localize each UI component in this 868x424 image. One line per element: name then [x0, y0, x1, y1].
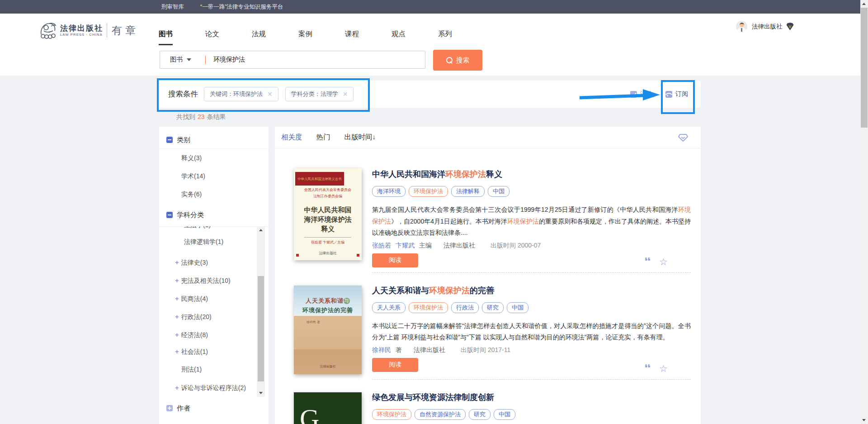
condition-tags: 关键词：环境保护法✕学科分类：法理学✕: [204, 87, 354, 101]
clear-icon: [630, 91, 637, 98]
book-cover[interactable]: G: [294, 392, 362, 424]
result-tag[interactable]: 环境保护法: [372, 409, 411, 420]
condition-tag[interactable]: 关键词：环境保护法✕: [204, 87, 278, 101]
star-favorite-icon[interactable]: ☆: [659, 364, 668, 373]
gem-filter-icon[interactable]: [678, 133, 688, 142]
minus-square-icon[interactable]: [166, 212, 173, 218]
scrollbar-thumb[interactable]: [861, 8, 868, 128]
topbar-link-1[interactable]: “一带一路”法律专业知识服务平台: [200, 0, 283, 14]
nav-tab-观点[interactable]: 观点: [392, 29, 406, 45]
sidebar-item[interactable]: 释义(3): [175, 154, 202, 162]
search-input[interactable]: [206, 56, 425, 63]
clear-button[interactable]: 清除: [627, 90, 652, 98]
book-cover[interactable]: 中华人民共和国法律释义丛书全国人民代表大会常务委员会法制工作委员会编中华人民共和…: [294, 168, 362, 260]
quote-icon[interactable]: “: [644, 257, 651, 266]
sidebar-item[interactable]: 立法学(1): [184, 226, 211, 229]
sidebar-item[interactable]: +经济法(8): [175, 331, 208, 339]
plus-icon[interactable]: +: [175, 331, 179, 338]
search-icon: [446, 57, 453, 63]
vip-badge-icon: V: [787, 23, 794, 30]
author-link[interactable]: 徐祥民: [372, 346, 391, 353]
sidebar-item[interactable]: 学术(14): [175, 172, 205, 181]
result-tag[interactable]: 自然资源保护法: [415, 409, 466, 420]
sidebar-item[interactable]: +社会法(1): [175, 348, 208, 356]
condition-tag[interactable]: 学科分类：法理学✕: [285, 87, 354, 101]
sidebar-item[interactable]: +民商法(4): [175, 295, 208, 303]
result-title[interactable]: 绿色发展与环境资源法律制度创新: [372, 392, 691, 402]
subscribe-button[interactable]: 订阅: [662, 90, 688, 98]
author-link[interactable]: 卞耀武: [396, 242, 415, 249]
avatar: [736, 21, 747, 32]
result-tag[interactable]: 研究: [469, 409, 491, 420]
result-title[interactable]: 中华人民共和国海洋环境保护法释义: [372, 169, 691, 179]
plus-icon[interactable]: +: [175, 384, 179, 391]
logo-divider: [107, 23, 107, 38]
author-link[interactable]: 张皓若: [372, 242, 391, 249]
search-button[interactable]: 搜索: [433, 50, 482, 71]
sort-tab-热门[interactable]: 热门: [316, 133, 330, 142]
search-conditions-bar: 搜索条件 关键词：环境保护法✕学科分类：法理学✕ 清除 订阅: [159, 81, 701, 108]
plus-icon[interactable]: +: [175, 348, 179, 355]
read-button[interactable]: 阅读: [372, 253, 418, 267]
plus-square-icon[interactable]: [166, 405, 173, 411]
sidebar-item[interactable]: +宪法及相关法(10): [175, 276, 231, 285]
nav-tab-课程[interactable]: 课程: [345, 29, 359, 45]
user-account[interactable]: 法律出版社 V: [736, 21, 794, 32]
result-tag[interactable]: 环境保护法: [409, 302, 448, 313]
result-tag[interactable]: 中国: [507, 302, 528, 313]
result-description: 第九届全国人民代表大会常务委员会第十三次会议于1999年12月25日通过了新修订…: [372, 204, 691, 239]
results-panel: 相关度热门出版时间↓ 中华人民共和国法律释义丛书全国人民代表大会常务委员会法制工…: [275, 127, 701, 424]
scroll-up-arrow-icon[interactable]: [862, 3, 866, 5]
result-tag[interactable]: 海洋环境: [372, 186, 406, 197]
nav-tab-法规[interactable]: 法规: [252, 29, 266, 45]
close-icon[interactable]: ✕: [343, 91, 348, 98]
logo-sub: LAW PRESS · CHINA: [60, 33, 103, 37]
plus-icon[interactable]: +: [175, 313, 179, 320]
sort-tab-相关度[interactable]: 相关度: [281, 133, 302, 142]
sidebar-item[interactable]: +法律史(3): [175, 258, 208, 267]
sidebar-item[interactable]: +行政法(20): [175, 313, 212, 321]
plus-icon[interactable]: +: [175, 276, 179, 284]
result-item: 人天关系和谐与环境保护法的完善徐祥民 著法律出版社人天关系和谐与环境保护法的完善…: [275, 273, 701, 380]
result-tag[interactable]: 中国: [494, 409, 515, 420]
search-scope-dropdown[interactable]: 图书: [160, 56, 205, 64]
sort-tabs: 相关度热门出版时间↓: [281, 133, 390, 142]
page-scrollbar[interactable]: [860, 0, 868, 424]
chevron-down-icon: [187, 58, 191, 61]
sidebar-item[interactable]: 刑法(1): [175, 366, 202, 374]
result-item: 中华人民共和国法律释义丛书全国人民代表大会常务委员会法制工作委员会编中华人民共和…: [275, 157, 701, 273]
book-cover[interactable]: 人天关系和谐与环境保护法的完善徐祥民 著法律出版社: [294, 286, 362, 374]
result-count-number: 23: [198, 113, 205, 120]
search-box: 图书: [160, 51, 425, 69]
sidebar-item[interactable]: +诉讼与非诉讼程序法(2): [175, 384, 246, 392]
sort-tab-出版时间↓[interactable]: 出版时间↓: [344, 133, 376, 142]
plus-icon[interactable]: +: [175, 258, 179, 266]
nav-tab-论文[interactable]: 论文: [205, 29, 219, 45]
close-icon[interactable]: ✕: [267, 91, 273, 98]
read-button[interactable]: 阅读: [372, 358, 418, 372]
nav-tab-案例[interactable]: 案例: [298, 29, 312, 45]
star-favorite-icon[interactable]: ☆: [659, 257, 668, 267]
quote-icon[interactable]: “: [644, 364, 651, 372]
sidebar-item[interactable]: 法律逻辑学(1): [184, 238, 223, 246]
site-logo[interactable]: 法律出版社 LAW PRESS · CHINA 有章: [38, 21, 139, 40]
topbar-link-0[interactable]: 刑审智库: [161, 0, 184, 14]
result-tag[interactable]: 法律解释: [451, 186, 485, 197]
result-tag[interactable]: 环境保护法: [409, 186, 448, 197]
scroll-down-arrow-icon[interactable]: [862, 419, 866, 421]
result-count: 共找到23条结果: [176, 113, 226, 121]
result-tag[interactable]: 中国: [488, 186, 509, 197]
result-tag[interactable]: 天人关系: [372, 302, 406, 313]
plus-icon[interactable]: +: [175, 295, 179, 302]
minus-square-icon[interactable]: [166, 137, 173, 143]
sidebar-scrollbar[interactable]: [257, 226, 265, 397]
result-title[interactable]: 人天关系和谐与环境保护法的完善: [372, 286, 691, 295]
result-list: 中华人民共和国法律释义丛书全国人民代表大会常务委员会法制工作委员会编中华人民共和…: [275, 148, 701, 424]
main-nav: 图书论文法规案例课程观点系列: [159, 29, 452, 45]
result-tag[interactable]: 行政法: [451, 302, 479, 313]
sidebar-item[interactable]: 实务(6): [175, 191, 202, 199]
result-tag[interactable]: 研究: [482, 302, 504, 313]
filter-sidebar: 类别学科分类作者释义(3)学术(14)实务(6)立法学(1)法律逻辑学(1)+法…: [159, 127, 269, 424]
nav-tab-系列[interactable]: 系列: [438, 29, 452, 45]
nav-tab-图书[interactable]: 图书: [159, 29, 173, 45]
